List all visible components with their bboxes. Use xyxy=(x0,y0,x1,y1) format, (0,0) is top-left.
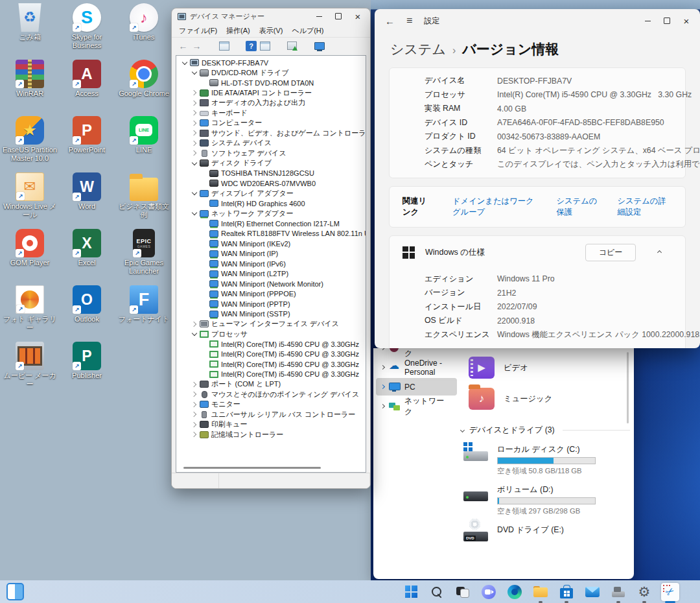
device-tree-item[interactable]: Intel(R) Core(TM) i5-4590 CPU @ 3.30GHz xyxy=(176,359,366,370)
taskbar-button[interactable] xyxy=(661,583,679,601)
chevron-right-icon[interactable] xyxy=(380,384,385,389)
device-tree-item[interactable]: ディスク ドライブ xyxy=(176,158,366,169)
horizontal-scrollbar[interactable] xyxy=(183,467,321,469)
desktop-icon[interactable]: Epic Games Launcher xyxy=(116,229,172,285)
device-manager-titlebar[interactable]: デバイス マネージャー xyxy=(172,8,370,24)
expander-icon[interactable] xyxy=(200,349,209,359)
expander-icon[interactable] xyxy=(190,209,199,218)
device-tree-item[interactable]: Intel(R) Core(TM) i5-4590 CPU @ 3.30GHz xyxy=(176,349,366,360)
chevron-down-icon[interactable] xyxy=(460,428,465,432)
toolbar-icon[interactable] xyxy=(246,41,257,51)
expander-icon[interactable] xyxy=(200,309,209,318)
desktop-icon[interactable]: Word xyxy=(59,172,115,229)
device-tree-item[interactable]: ヒューマン インターフェイス デバイス xyxy=(176,319,366,329)
device-tree-item[interactable]: 記憶域コントローラー xyxy=(176,430,366,440)
file-explorer-window[interactable]: ミュージック OneDrive - Personal PC ネットワーク xyxy=(373,348,634,579)
taskbar-button[interactable] xyxy=(428,583,446,601)
desktop-icon[interactable]: GOM Player xyxy=(2,229,58,285)
taskbar-button[interactable] xyxy=(609,583,627,601)
taskbar-button[interactable] xyxy=(454,583,472,601)
device-tree-item[interactable]: 印刷キュー xyxy=(176,420,366,430)
device-tree-item[interactable]: ユニバーサル シリアル バス コントローラー xyxy=(176,410,366,420)
expander-icon[interactable] xyxy=(190,99,199,108)
expander-icon[interactable] xyxy=(200,219,209,228)
device-tree-item[interactable]: Intel(R) Ethernet Connection I217-LM xyxy=(176,219,366,229)
expander-icon[interactable] xyxy=(200,78,209,88)
device-tree-item[interactable]: プロセッサ xyxy=(176,329,366,340)
desktop-icon[interactable]: iTunes xyxy=(116,3,172,60)
devices-drives-section-header[interactable]: デバイスとドライブ (3) xyxy=(461,425,630,436)
device-tree-item[interactable]: Intel(R) Core(TM) i5-4590 CPU @ 3.30GHz xyxy=(176,339,366,349)
expander-icon[interactable] xyxy=(180,58,189,67)
expander-icon[interactable] xyxy=(200,289,209,298)
expander-icon[interactable] xyxy=(200,179,209,188)
expander-icon[interactable] xyxy=(190,400,199,409)
expander-icon[interactable] xyxy=(190,88,199,97)
desktop-icon[interactable]: LINE xyxy=(116,116,172,172)
expander-icon[interactable] xyxy=(200,259,209,268)
desktop-icon[interactable]: フォートナイト xyxy=(116,285,172,342)
taskbar-button[interactable] xyxy=(402,583,420,601)
desktop-icon[interactable]: ビジネス書類文例 xyxy=(116,172,172,229)
menu-item[interactable]: 操作(A) xyxy=(222,25,255,37)
expander-icon[interactable] xyxy=(190,139,199,148)
expander-icon[interactable] xyxy=(190,410,199,419)
menu-item[interactable]: ヘルプ(H) xyxy=(287,25,328,37)
expander-icon[interactable] xyxy=(190,329,199,338)
toolbar-icon[interactable] xyxy=(205,41,216,51)
device-tree-item[interactable]: ソフトウェア デバイス xyxy=(176,148,366,159)
device-tree-item[interactable]: サウンド、ビデオ、およびゲーム コントローラー xyxy=(176,128,366,139)
expander-icon[interactable] xyxy=(190,430,199,439)
copy-button[interactable]: コピー xyxy=(585,244,636,261)
device-tree-item[interactable]: WDC WD20EARS-07MVWB0 xyxy=(176,178,366,189)
related-link[interactable]: システムの詳細設定 xyxy=(617,196,672,218)
desktop-icon[interactable]: Google Chrome xyxy=(116,60,172,116)
drive-item[interactable]: ボリューム (D:) 空き領域 297 GB/298 GB xyxy=(460,477,630,517)
device-tree-item[interactable]: ポート (COM と LPT) xyxy=(176,379,366,390)
maximize-button[interactable] xyxy=(329,9,348,23)
breadcrumb-parent[interactable]: システム xyxy=(390,40,446,58)
device-tree-item[interactable]: HL-DT-ST DVD-ROM DTA0N xyxy=(176,78,366,88)
desktop-icon[interactable]: Windows Live メール xyxy=(2,172,58,229)
expander-icon[interactable] xyxy=(200,249,209,258)
device-tree-item[interactable]: WAN Miniport (IPv6) xyxy=(176,259,366,269)
device-tree-item[interactable]: コンピューター xyxy=(176,118,366,128)
expander-icon[interactable] xyxy=(190,189,199,198)
desktop-icon[interactable]: WinRAR xyxy=(2,60,58,116)
device-tree-item[interactable]: ディスプレイ アダプター xyxy=(176,189,366,199)
device-tree-item[interactable]: TOSHIBA THNSNJ128GCSU xyxy=(176,169,366,179)
widgets-button[interactable] xyxy=(6,583,24,600)
toolbar-icon[interactable] xyxy=(273,41,284,51)
taskbar-button[interactable] xyxy=(480,583,498,601)
expander-icon[interactable] xyxy=(190,420,199,429)
device-tree-item[interactable]: Realtek RTL8188FTV Wireless LAN 802.11n … xyxy=(176,229,366,239)
drive-item[interactable]: ローカル ディスク (C:) 空き領域 50.8 GB/118 GB xyxy=(460,437,630,477)
toolbar-icon[interactable] xyxy=(286,41,298,51)
collapse-toggle[interactable] xyxy=(646,251,672,254)
related-link[interactable]: ドメインまたはワークグループ xyxy=(452,196,538,218)
taskbar-button[interactable] xyxy=(557,583,576,601)
device-tree-item[interactable]: ネットワーク アダプター xyxy=(176,209,366,219)
taskbar-button[interactable] xyxy=(531,583,550,601)
expander-icon[interactable] xyxy=(200,239,209,248)
sidebar-item[interactable]: ミュージック xyxy=(376,348,457,357)
expander-icon[interactable] xyxy=(190,68,199,77)
expander-icon[interactable] xyxy=(190,128,199,137)
expander-icon[interactable] xyxy=(190,119,199,128)
chevron-right-icon[interactable] xyxy=(380,365,385,370)
desktop-icon[interactable]: Excel xyxy=(59,229,115,285)
close-button[interactable] xyxy=(677,14,696,28)
desktop-icon[interactable]: Publisher xyxy=(59,342,115,398)
expander-icon[interactable] xyxy=(190,108,199,117)
device-tree-item[interactable]: WAN Miniport (IP) xyxy=(176,249,366,259)
chevron-right-icon[interactable] xyxy=(380,404,385,408)
taskbar-button[interactable] xyxy=(506,583,524,601)
expander-icon[interactable] xyxy=(190,159,199,168)
device-tree-item[interactable]: Intel(R) HD Graphics 4600 xyxy=(176,198,366,209)
desktop-icon[interactable]: PowerPoint xyxy=(59,116,115,172)
device-tree-item[interactable]: マウスとそのほかのポインティング デバイス xyxy=(176,390,366,400)
settings-window[interactable]: ← ≡ 設定 システム › バージョン情報 デバイス名 DESKTOP-FFJB… xyxy=(375,9,700,348)
hamburger-menu-icon[interactable]: ≡ xyxy=(406,15,412,27)
menu-item[interactable]: ファイル(F) xyxy=(174,25,222,37)
device-tree-item[interactable]: Intel(R) Core(TM) i5-4590 CPU @ 3.30GHz xyxy=(176,370,366,380)
